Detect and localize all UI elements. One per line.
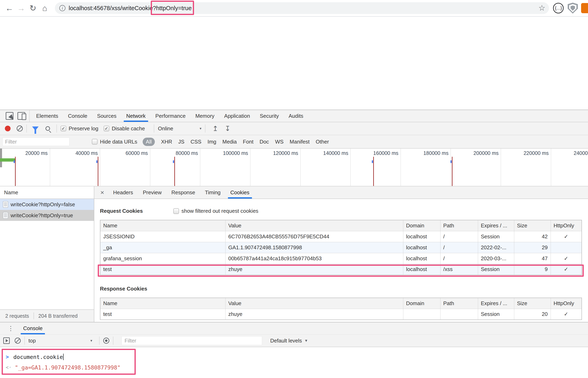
cookie-cell-expires: Session (478, 231, 514, 242)
tab-security[interactable]: Security (255, 110, 284, 122)
column-header[interactable]: Size (514, 220, 551, 231)
detail-tab-headers[interactable]: Headers (108, 186, 138, 199)
tab-performance[interactable]: Performance (151, 110, 191, 122)
preserve-log-label: Preserve log (69, 125, 98, 132)
tab-application[interactable]: Application (219, 110, 255, 122)
cookie-row[interactable]: _gaGA1.1.907472498.1580877998localhost/2… (100, 242, 582, 253)
column-header[interactable]: Path (440, 298, 478, 309)
show-filtered-cookies-checkbox[interactable] (173, 208, 179, 214)
timeline-tick-label: 120000 ms (273, 150, 298, 156)
detail-tab-preview[interactable]: Preview (138, 186, 167, 199)
filter-type-manifest[interactable]: Manifest (290, 139, 310, 145)
timeline-tick-label: 180000 ms (423, 150, 449, 156)
request-row[interactable]: writeCookie?httpOnly=false (0, 199, 94, 210)
page-info-icon[interactable]: i (59, 5, 65, 11)
console-filter-input[interactable] (122, 336, 262, 345)
column-header[interactable]: Expires / ... (478, 298, 514, 309)
column-header[interactable]: HttpOnly (551, 298, 582, 309)
cookie-row[interactable]: testzhuyelocalhost/xssSession9✓ (100, 264, 582, 275)
network-overview-timeline[interactable]: 20000 ms40000 ms60000 ms80000 ms100000 m… (0, 148, 588, 186)
cookie-row[interactable]: testzhuyeSession20✓ (100, 309, 582, 320)
filter-type-js[interactable]: JS (178, 139, 184, 145)
timeline-gridline: 240000 ms (551, 148, 588, 186)
execution-context-dropdown[interactable]: top ▾ (28, 338, 96, 344)
console-drawer-tab[interactable]: Console (18, 322, 47, 334)
filter-type-css[interactable]: CSS (191, 139, 201, 145)
timeline-gridline: 200000 ms (451, 148, 501, 186)
device-toolbar-icon[interactable] (17, 112, 25, 120)
cookie-row[interactable]: JSESSIONID6C7076B2653A48CB55576D75F9E5CD… (100, 231, 582, 242)
inspect-element-icon[interactable] (6, 112, 14, 120)
close-icon[interactable]: × (96, 186, 108, 199)
log-levels-dropdown[interactable]: Default levels ▼ (270, 338, 308, 344)
filter-type-other[interactable]: Other (316, 139, 329, 145)
cookie-cell-expires: Session (478, 309, 514, 320)
console-drawer: ⋮ Console top ▾ Default levels ▼ (0, 322, 588, 378)
filter-type-font[interactable]: Font (243, 139, 253, 145)
live-expression-eye-icon[interactable] (103, 338, 109, 344)
import-har-icon[interactable]: ↥ (212, 124, 218, 133)
detail-tab-response[interactable]: Response (167, 186, 200, 199)
filter-type-ws[interactable]: WS (275, 139, 284, 145)
drawer-menu-icon[interactable]: ⋮ (3, 322, 18, 334)
tab-memory[interactable]: Memory (190, 110, 219, 122)
cookie-cell-size: 47 (514, 253, 551, 264)
reload-icon[interactable]: ↻ (28, 3, 37, 14)
column-header[interactable]: Domain (403, 220, 440, 231)
network-toolbar: ✓ Preserve log ✓ Disable cache Online ▾ … (0, 122, 588, 135)
extension-shield-icon[interactable] (568, 3, 578, 14)
cookie-cell-size: 29 (514, 242, 551, 253)
throttling-dropdown[interactable]: Online ▾ (158, 125, 201, 132)
filter-type-img[interactable]: Img (208, 139, 216, 145)
filter-funnel-icon[interactable] (32, 126, 39, 131)
request-cookies-title: Request Cookies (100, 208, 143, 214)
column-header[interactable]: Value (225, 220, 403, 231)
detail-tab-cookies[interactable]: Cookies (225, 186, 254, 199)
detail-tab-timing[interactable]: Timing (200, 186, 225, 199)
search-icon[interactable] (45, 126, 50, 131)
column-header[interactable]: Path (440, 220, 478, 231)
tab-elements[interactable]: Elements (31, 110, 63, 122)
filter-type-all[interactable]: All (143, 138, 155, 146)
console-result-text: "_ga=GA1.1.907472498.1580877998" (15, 364, 121, 371)
network-filter-input[interactable] (2, 137, 70, 146)
extension-braces-icon[interactable]: {…} (553, 3, 564, 14)
disable-cache-checkbox[interactable]: ✓ (104, 126, 109, 131)
clear-console-icon[interactable] (15, 338, 21, 344)
column-header[interactable]: Expires / ... (478, 220, 514, 231)
column-header[interactable]: Domain (403, 298, 440, 309)
preserve-log-checkbox[interactable]: ✓ (61, 126, 66, 131)
record-button[interactable] (5, 126, 11, 131)
filter-type-media[interactable]: Media (223, 139, 237, 145)
console-result-entry[interactable]: <·"_ga=GA1.1.907472498.1580877998" (6, 362, 135, 373)
console-sidebar-toggle-icon[interactable] (3, 338, 10, 344)
address-bar[interactable]: i localhost:45678/xss/writeCookie?httpOn… (55, 2, 549, 14)
clear-requests-icon[interactable] (17, 125, 23, 132)
tab-sources[interactable]: Sources (92, 110, 121, 122)
request-list-header[interactable]: Name (0, 186, 94, 199)
tab-console[interactable]: Console (63, 110, 92, 122)
console-input-entry[interactable]: >document.cookie (6, 351, 135, 362)
column-header[interactable]: Name (100, 220, 225, 231)
column-header[interactable]: Name (100, 298, 225, 309)
cookie-cell-httponly: ✓ (551, 264, 582, 275)
extension-partial-icon[interactable] (581, 3, 588, 13)
bookmark-star-icon[interactable]: ☆ (538, 3, 545, 12)
url-text[interactable]: localhost:45678/xss/writeCookie?httpOnly… (69, 5, 192, 12)
tab-network[interactable]: Network (121, 110, 150, 122)
column-header[interactable]: Size (514, 298, 551, 309)
hide-data-urls-checkbox[interactable] (92, 139, 98, 145)
tab-audits[interactable]: Audits (284, 110, 308, 122)
request-row[interactable]: writeCookie?httpOnly=true (0, 210, 94, 221)
back-icon[interactable]: ← (5, 3, 14, 14)
filter-type-xhr[interactable]: XHR (161, 139, 172, 145)
export-har-icon[interactable]: ↧ (225, 124, 231, 133)
forward-icon[interactable]: → (17, 3, 26, 14)
cookie-row[interactable]: grafana_session00b65787a441a24ca18c915b9… (100, 253, 582, 264)
home-icon[interactable]: ⌂ (40, 3, 49, 14)
column-header[interactable]: Value (225, 298, 403, 309)
filter-type-doc[interactable]: Doc (259, 139, 269, 145)
console-messages[interactable]: >document.cookie<·"_ga=GA1.1.907472498.1… (0, 347, 588, 378)
text-cursor (63, 354, 64, 360)
column-header[interactable]: HttpOnly (551, 220, 582, 231)
